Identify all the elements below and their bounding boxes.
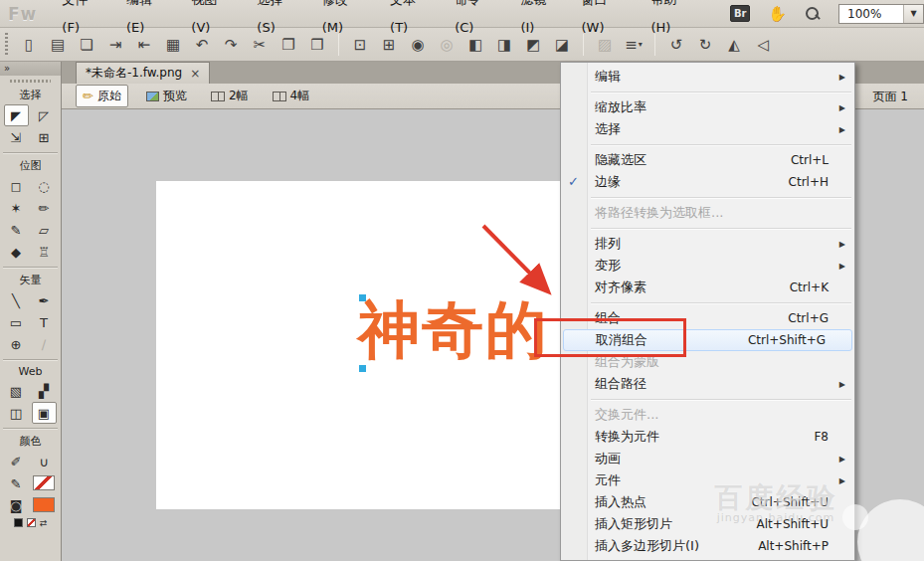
paint-bucket-tool[interactable]: ∪ (32, 451, 57, 472)
stroke-color-swatch[interactable] (33, 475, 55, 490)
flip-horizontal-icon: ◭ (728, 36, 740, 54)
menu-modify[interactable]: 修改(M) (311, 0, 379, 42)
menu-item-zoom-ratio[interactable]: 缩放比率▶ (561, 96, 854, 118)
menu-item-insert-rect-slice[interactable]: 插入矩形切片Alt+Shift+U (561, 513, 854, 535)
subselection-tool[interactable]: ◸ (32, 104, 57, 126)
freeform-tool[interactable]: ⊕ (4, 333, 29, 355)
canvas-text-object[interactable]: 神奇的 (358, 288, 549, 372)
pointer-tool[interactable]: ◤ (4, 104, 29, 126)
zoom-level-value: 100% (839, 7, 903, 21)
menu-item-insert-hotspot[interactable]: 插入热点Ctrl+Shift+U (561, 491, 854, 513)
menu-separator (561, 88, 854, 96)
brush-tool[interactable]: ✏ (32, 197, 57, 219)
menu-edit[interactable]: 编辑(E) (115, 0, 180, 42)
rubber-stamp-tool[interactable]: ♖ (32, 241, 57, 263)
menu-separator (561, 224, 854, 233)
tools-section-web-title: Web (0, 365, 61, 378)
fill-color-icon[interactable]: ◙ (4, 494, 29, 516)
panel-grip[interactable] (10, 78, 51, 85)
tools-panel: » 选择 ◤ ◸ ⇲ ⊞ 位图 ◻ ◌ ✶ ✏ ✎ ▱ ◆ ♖ 矢量 ╲ ✒ ▭… (0, 62, 62, 561)
document-tab[interactable]: *未命名-1.fw.png × (76, 62, 210, 84)
no-color-icon[interactable] (27, 518, 36, 527)
flip-horizontal-button[interactable]: ◭ (721, 32, 747, 58)
menu-item-group[interactable]: 组合Ctrl+G (561, 307, 854, 329)
menu-text[interactable]: 文本(T) (379, 0, 444, 42)
tools-section-colors-title: 颜色 (0, 434, 61, 449)
menu-item-transform[interactable]: 变形▶ (561, 255, 854, 277)
original-view-label: 原始 (97, 88, 121, 104)
menu-window[interactable]: 窗口(W) (570, 0, 640, 42)
section-divider (3, 359, 58, 361)
menu-item-select[interactable]: 选择▶ (561, 118, 854, 140)
menu-item-ungroup[interactable]: 取消组合Ctrl+Shift+G (563, 329, 852, 351)
show-slices-tool[interactable]: ▣ (32, 402, 57, 424)
menu-separator (561, 193, 854, 202)
section-divider (3, 428, 58, 430)
text-tool[interactable]: T (32, 311, 57, 333)
line-tool[interactable]: ╲ (4, 289, 29, 311)
bridge-icon[interactable]: Br (730, 5, 750, 22)
menu-item-align-to-pixel[interactable]: 对齐像素Ctrl+K (561, 277, 854, 298)
eraser-tool[interactable]: ▱ (32, 219, 57, 241)
menu-item-combine-paths[interactable]: 组合路径▶ (561, 373, 854, 395)
four-up-view-button[interactable]: 4幅 (267, 86, 316, 106)
submenu-arrow-icon: ▶ (839, 240, 845, 249)
menu-item-show-selected-slice[interactable]: 显示所选切片 (561, 557, 854, 561)
menu-item-convert-to-symbol[interactable]: 转换为元件F8 (561, 426, 854, 448)
lasso-tool[interactable]: ◌ (32, 175, 57, 197)
scale-tool[interactable]: ⇲ (4, 126, 29, 148)
submenu-arrow-icon: ▶ (839, 103, 845, 112)
hand-tool-icon[interactable]: ✋ (768, 5, 787, 23)
pencil-tool[interactable]: ✎ (4, 219, 29, 241)
flip-vertical-button[interactable]: ◁ (750, 32, 776, 58)
swap-colors-icon[interactable]: ⇄ (40, 518, 48, 528)
selection-handle[interactable] (359, 294, 366, 301)
two-up-view-button[interactable]: 2幅 (205, 86, 255, 106)
chevron-down-icon[interactable]: ▼ (903, 5, 923, 23)
menu-select[interactable]: 选择(S) (246, 0, 310, 42)
knife-tool: ∕ (32, 333, 57, 355)
original-view-button[interactable]: ✏ 原始 (76, 85, 128, 107)
context-menu: 编辑▶ 缩放比率▶ 选择▶ 隐藏选区Ctrl+L ✓边缘Ctrl+H 将路径转换… (560, 62, 855, 561)
pen-tool[interactable]: ✒ (32, 289, 57, 311)
document-tab-title: *未命名-1.fw.png (86, 65, 182, 82)
default-colors-icon[interactable] (14, 518, 23, 527)
magic-wand-tool[interactable]: ✶ (4, 197, 29, 219)
eyedropper-tool[interactable]: ✐ (4, 451, 29, 472)
tools-section-select-title: 选择 (0, 88, 61, 102)
menu-view[interactable]: 视图(V) (180, 0, 246, 42)
menu-commands[interactable]: 命令(C) (444, 0, 509, 42)
panel-expand-button[interactable]: » (0, 62, 61, 76)
search-icon[interactable] (805, 6, 821, 22)
hotspot-tool[interactable]: ▧ (4, 380, 29, 402)
four-up-label: 4幅 (290, 88, 310, 104)
fill-color-swatch[interactable] (33, 497, 55, 512)
menu-item-edges[interactable]: ✓边缘Ctrl+H (561, 171, 854, 193)
marquee-tool[interactable]: ◻ (4, 175, 29, 197)
hide-slices-tool[interactable]: ◫ (4, 402, 29, 424)
close-icon[interactable]: × (190, 67, 200, 81)
rectangle-tool[interactable]: ▭ (4, 311, 29, 333)
menu-file[interactable]: 文件(F) (51, 0, 115, 42)
menu-help[interactable]: 帮助(H) (640, 0, 706, 42)
menu-item-convert-path-to-marquee: 将路径转换为选取框... (561, 202, 854, 224)
menu-item-insert-poly-slice[interactable]: 插入多边形切片(I)Alt+Shift+P (561, 535, 854, 557)
menu-item-arrange[interactable]: 排列▶ (561, 233, 854, 255)
menu-filters[interactable]: 滤镜(I) (509, 0, 570, 42)
check-icon: ✓ (568, 174, 579, 189)
menu-item-animation[interactable]: 动画▶ (561, 448, 854, 469)
image-preview-icon (146, 92, 159, 101)
menu-item-hide-selection[interactable]: 隐藏选区Ctrl+L (561, 149, 854, 171)
blur-tool[interactable]: ◆ (4, 241, 29, 263)
crop-tool[interactable]: ⊞ (32, 126, 57, 148)
stroke-color-icon[interactable]: ✎ (4, 472, 29, 494)
fireworks-logo: Fw (8, 4, 37, 24)
menu-item-edit[interactable]: 编辑▶ (561, 66, 854, 88)
selection-handle[interactable] (359, 365, 366, 372)
zoom-level-dropdown[interactable]: 100% ▼ (838, 4, 924, 24)
menu-item-symbol[interactable]: 元件▶ (561, 469, 854, 491)
slice-tool[interactable]: ▞ (32, 380, 57, 402)
preview-view-button[interactable]: 预览 (140, 86, 193, 106)
submenu-arrow-icon: ▶ (839, 380, 845, 389)
new-document-button[interactable]: ▯ (16, 32, 42, 58)
